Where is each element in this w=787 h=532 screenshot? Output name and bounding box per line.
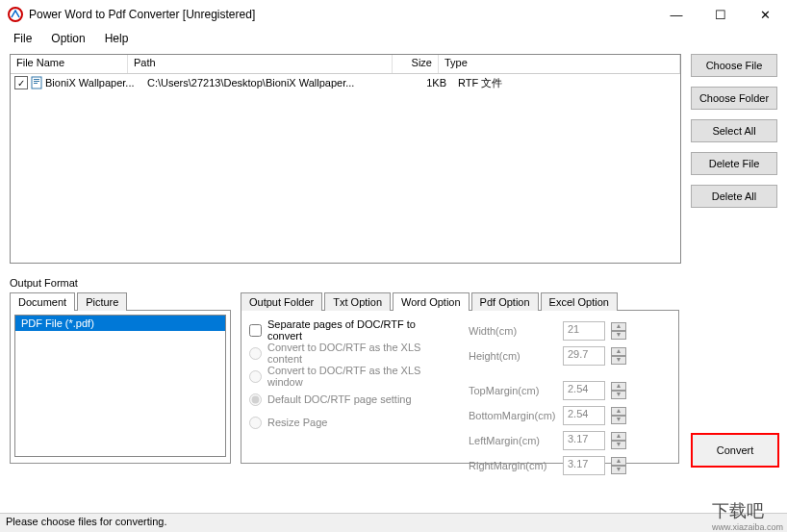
menu-option[interactable]: Option bbox=[43, 30, 92, 47]
separate-pages-label: Separate pages of DOC/RTF to convert bbox=[267, 318, 449, 342]
height-label: Height(cm) bbox=[469, 350, 557, 362]
minimize-button[interactable]: — bbox=[654, 0, 698, 29]
xls-window-label: Convert to DOC/RTF as the XLS window bbox=[267, 365, 449, 388]
tab-word-option[interactable]: Word Option bbox=[393, 292, 470, 311]
titlebar: Power Word to Pdf Converter [Unregistere… bbox=[0, 0, 787, 29]
left-margin-spinner[interactable]: ▲▼ bbox=[611, 432, 626, 449]
file-list-header: File Name Path Size Type bbox=[11, 55, 680, 74]
right-margin-spinner[interactable]: ▲▼ bbox=[611, 457, 626, 474]
format-panel: PDF File (*.pdf) bbox=[10, 310, 231, 464]
xls-content-label: Convert to DOC/RTF as the XLS content bbox=[267, 342, 449, 365]
bottom-margin-spinner[interactable]: ▲▼ bbox=[611, 407, 626, 424]
tab-pdf-option[interactable]: Pdf Option bbox=[471, 292, 539, 311]
format-item-pdf[interactable]: PDF File (*.pdf) bbox=[15, 316, 225, 331]
file-list[interactable]: File Name Path Size Type ✓ BioniX Wallpa… bbox=[10, 54, 681, 264]
col-filename[interactable]: File Name bbox=[11, 55, 128, 73]
col-type[interactable]: Type bbox=[439, 55, 680, 73]
right-margin-label: RightMargin(cm) bbox=[469, 460, 557, 471]
table-row[interactable]: ✓ BioniX Wallpaper... C:\Users\27213\Des… bbox=[11, 74, 680, 91]
top-margin-input[interactable]: 2.54 bbox=[563, 381, 605, 400]
tab-txt-option[interactable]: Txt Option bbox=[324, 292, 391, 311]
height-spinner[interactable]: ▲▼ bbox=[611, 347, 626, 365]
height-input[interactable]: 29.7 bbox=[563, 346, 605, 366]
choose-file-button[interactable]: Choose File bbox=[691, 54, 777, 77]
menu-help[interactable]: Help bbox=[97, 30, 137, 47]
window-title: Power Word to Pdf Converter [Unregistere… bbox=[29, 8, 654, 21]
status-bar: Please choose files for converting. bbox=[0, 513, 787, 532]
bottom-margin-input[interactable]: 2.54 bbox=[563, 406, 605, 425]
resize-page-label: Resize Page bbox=[267, 417, 327, 428]
select-all-button[interactable]: Select All bbox=[691, 119, 777, 142]
options-panel: Separate pages of DOC/RTF to convert Con… bbox=[241, 310, 679, 464]
width-label: Width(cm) bbox=[469, 325, 557, 337]
row-checkbox[interactable]: ✓ bbox=[14, 76, 28, 89]
svg-rect-3 bbox=[34, 81, 39, 82]
format-list[interactable]: PDF File (*.pdf) bbox=[14, 315, 226, 457]
cell-size: 1KB bbox=[406, 77, 452, 89]
rtf-file-icon bbox=[30, 76, 43, 89]
resize-page-radio bbox=[249, 417, 262, 429]
output-format-label: Output Format bbox=[10, 277, 777, 289]
close-button[interactable]: ✕ bbox=[743, 0, 787, 29]
tab-document[interactable]: Document bbox=[10, 292, 75, 311]
bottom-margin-label: BottomMargin(cm) bbox=[469, 410, 557, 421]
convert-button[interactable]: Convert bbox=[691, 433, 779, 468]
top-margin-label: TopMargin(cm) bbox=[469, 385, 557, 396]
top-margin-spinner[interactable]: ▲▼ bbox=[611, 382, 626, 399]
cell-type: RTF 文件 bbox=[452, 76, 680, 90]
default-page-radio bbox=[249, 393, 262, 406]
right-margin-input[interactable]: 3.17 bbox=[563, 456, 605, 475]
cell-path: C:\Users\27213\Desktop\BioniX Wallpaper.… bbox=[141, 77, 406, 89]
tab-picture[interactable]: Picture bbox=[77, 292, 127, 311]
menubar: File Option Help bbox=[0, 29, 787, 48]
col-size[interactable]: Size bbox=[393, 55, 439, 73]
choose-folder-button[interactable]: Choose Folder bbox=[691, 87, 777, 110]
width-spinner[interactable]: ▲▼ bbox=[611, 322, 626, 340]
width-input[interactable]: 21 bbox=[563, 321, 605, 341]
xls-window-radio bbox=[249, 370, 262, 383]
left-margin-label: LeftMargin(cm) bbox=[469, 435, 557, 446]
default-page-label: Default DOC/RTF page setting bbox=[267, 393, 412, 405]
maximize-button[interactable]: ☐ bbox=[698, 0, 743, 29]
col-path[interactable]: Path bbox=[128, 55, 393, 73]
separate-pages-checkbox[interactable] bbox=[249, 324, 262, 337]
menu-file[interactable]: File bbox=[6, 30, 39, 47]
tab-output-folder[interactable]: Output Folder bbox=[241, 292, 322, 311]
delete-all-button[interactable]: Delete All bbox=[691, 185, 777, 208]
tab-excel-option[interactable]: Excel Option bbox=[541, 292, 618, 311]
svg-rect-4 bbox=[34, 83, 38, 84]
delete-file-button[interactable]: Delete File bbox=[691, 152, 777, 175]
left-margin-input[interactable]: 3.17 bbox=[563, 431, 605, 450]
xls-content-radio bbox=[249, 347, 262, 360]
app-icon bbox=[8, 7, 23, 22]
cell-filename: BioniX Wallpaper... bbox=[45, 77, 141, 89]
svg-rect-2 bbox=[34, 79, 39, 80]
